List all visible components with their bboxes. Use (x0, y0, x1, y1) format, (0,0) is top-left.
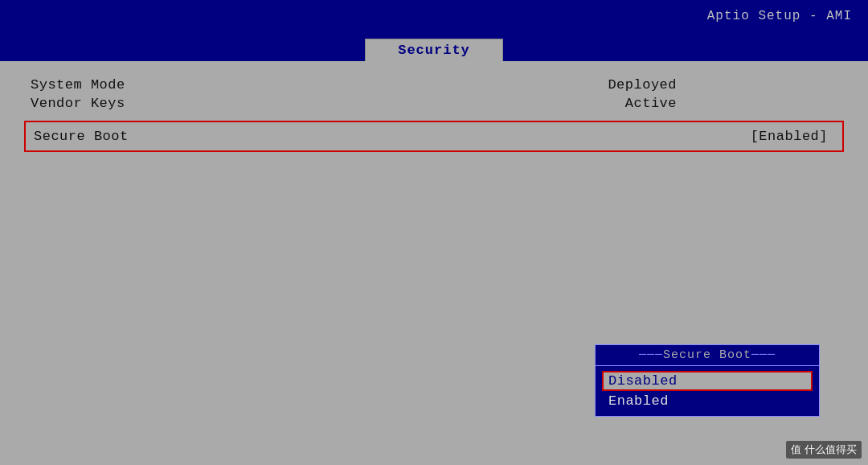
secure-boot-value: [Enabled] (751, 129, 828, 144)
tab-area: Security (0, 32, 868, 61)
dropdown-option-enabled[interactable]: Enabled (602, 391, 813, 411)
system-mode-row: System Mode Deployed (24, 77, 844, 93)
watermark: 值 什么值得买 (786, 441, 862, 459)
tab-security[interactable]: Security (365, 39, 503, 61)
secure-boot-label: Secure Boot (34, 129, 129, 144)
bios-screen: Aptio Setup - AMI Security System Mode D… (0, 0, 868, 465)
dropdown-popup: Secure Boot Disabled Enabled (595, 344, 820, 417)
app-title: Aptio Setup - AMI (707, 9, 852, 23)
main-content: System Mode Deployed Vendor Keys Active … (0, 61, 868, 465)
dropdown-option-disabled[interactable]: Disabled (602, 371, 813, 391)
secure-boot-row[interactable]: Secure Boot [Enabled] (24, 121, 844, 152)
dropdown-title: Secure Boot (596, 345, 819, 366)
system-mode-value: Deployed (608, 77, 677, 93)
dropdown-options: Disabled Enabled (596, 366, 819, 416)
vendor-keys-label: Vendor Keys (31, 96, 125, 111)
vendor-keys-value: Active (625, 96, 677, 111)
vendor-keys-row: Vendor Keys Active (24, 96, 844, 111)
system-mode-label: System Mode (31, 77, 125, 93)
top-bar: Aptio Setup - AMI (0, 0, 868, 32)
